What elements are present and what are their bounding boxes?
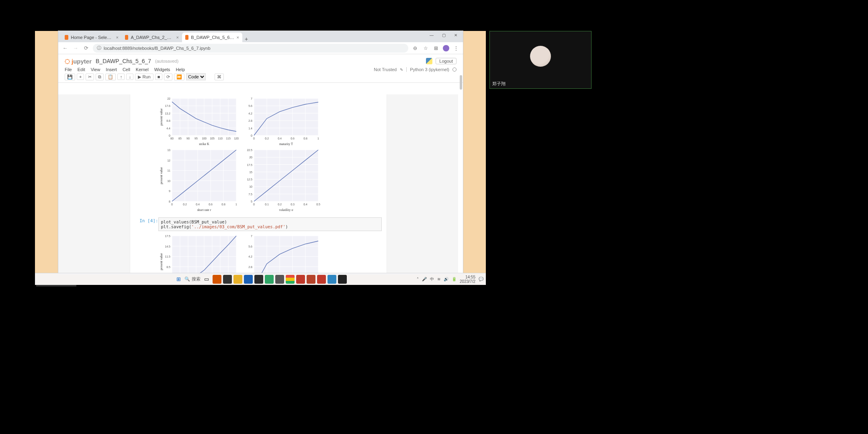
save-button[interactable]: 💾 [65,74,75,80]
taskbar-terminal[interactable] [338,275,347,284]
jupyter-logo[interactable]: ◌ jupyter [65,57,92,65]
code-cell[interactable]: plot_values(BSM_put_value) plt.savefig('… [158,217,382,231]
scrollbar-track[interactable] [458,54,463,274]
window-maximize-button[interactable]: ▢ [438,31,449,39]
move-down-button[interactable]: ↓ [126,74,133,80]
taskbar-app-2[interactable] [223,275,232,284]
menu-help[interactable]: Help [176,67,185,72]
menu-cell[interactable]: Cell [123,67,130,72]
autosave-status: (autosaved) [155,59,178,63]
svg-text:short rate r: short rate r [197,208,211,212]
taskbar-clock[interactable]: 14:55 2023/7/2 [460,275,475,284]
scrollbar-thumb[interactable] [460,75,462,90]
menu-insert[interactable]: Insert [106,67,117,72]
zoom-icon[interactable]: ⊖ [411,45,419,51]
taskbar-app-5[interactable] [265,275,274,284]
browser-tab-home[interactable]: Home Page - Select or creat × [61,33,122,42]
menu-kernel[interactable]: Kernel [136,67,149,72]
chart-put-vs-maturity: 00.20.40.60.8101.42.84.25.67maturity T [240,233,321,274]
search-icon: 🔍 [184,276,190,282]
taskbar-explorer[interactable] [233,275,242,284]
svg-text:1: 1 [317,137,319,140]
taskbar-app-1[interactable] [213,275,221,284]
svg-text:8: 8 [169,200,170,203]
svg-text:0.8: 0.8 [221,203,225,206]
taskbar-app-6[interactable] [275,275,284,284]
battery-icon[interactable]: 🔋 [452,277,457,281]
edit-trust-icon[interactable]: ✎ [400,68,403,72]
nav-back-icon[interactable]: ← [61,45,69,51]
menu-widgets[interactable]: Widgets [154,67,170,72]
jupyter-toolbar: 💾 + ✂ ⧉ 📋 ↑ ↓ ▶ Run ■ ⟳ ⏩ Code ⌘ [58,72,463,83]
menu-file[interactable]: File [65,67,72,72]
extensions-icon[interactable]: ⊞ [432,45,440,51]
svg-text:110: 110 [218,137,223,140]
taskbar-chrome[interactable] [286,275,295,284]
close-icon[interactable]: × [176,35,179,40]
cell-type-select[interactable]: Code [186,73,206,80]
start-button[interactable]: ⊞ [174,275,183,284]
svg-text:7.5: 7.5 [248,193,252,196]
jupyter-favicon-icon [125,35,128,40]
copy-button[interactable]: ⧉ [96,74,104,80]
restart-run-all-button[interactable]: ⏩ [174,74,184,80]
new-tab-button[interactable]: + [242,36,250,42]
stop-button[interactable]: ■ [155,74,163,80]
not-trusted-label[interactable]: Not Trusted [374,67,397,72]
taskbar-app-7[interactable] [296,275,305,284]
paste-button[interactable]: 📋 [105,74,116,80]
logo-rest: upyter [73,58,92,65]
notebook-scroll-area[interactable]: 8085909510010511011512004.48.813.217.622… [58,94,458,274]
kernel-name[interactable]: Python 3 (ipykernel) [410,67,449,72]
code-line: plot_values(BSM_put_value) [161,219,227,224]
mic-icon[interactable]: 🎤 [422,277,427,281]
close-icon[interactable]: × [116,35,119,40]
chart-call-vs-strike: 8085909510010511011512004.48.813.217.622… [158,96,239,147]
menu-edit[interactable]: Edit [78,67,85,72]
window-minimize-button[interactable]: — [426,31,437,39]
ime-icon[interactable]: 中 [430,276,434,282]
windows-taskbar: ⊞ 🔍 搜索 ▭ ˄ [35,273,486,285]
window-close-button[interactable]: ✕ [450,31,461,39]
browser-menu-icon[interactable]: ⋮ [452,45,460,51]
svg-text:4.2: 4.2 [248,112,252,115]
bookmark-star-icon[interactable]: ☆ [422,45,429,51]
cut-button[interactable]: ✂ [86,74,94,80]
url-input[interactable]: ⓘ localhost:8889/notebooks/B_DAWP_Chs_5_… [93,44,408,53]
taskbar-app-9[interactable] [317,275,326,284]
taskbar-app-4[interactable] [254,275,263,284]
menu-view[interactable]: View [91,67,100,72]
overflow-icon[interactable]: ˄ [417,277,419,281]
nav-forward-icon[interactable]: → [72,45,79,51]
restart-button[interactable]: ⟳ [164,74,172,80]
taskbar-search[interactable]: 🔍 搜索 [184,276,201,282]
browser-tab-nb-a[interactable]: A_DAWP_Chs_2_3 - Jupyter N × [122,33,182,42]
close-icon[interactable]: × [237,35,239,40]
browser-tab-nb-b[interactable]: B_DAWP_Chs_5_6_7 - Jupyter × [182,33,242,42]
notebook-name[interactable]: B_DAWP_Chs_5_6_7 [96,58,151,64]
svg-text:volatility σ: volatility σ [279,208,293,212]
taskbar-app-10[interactable] [328,275,336,284]
site-info-icon[interactable]: ⓘ [97,45,101,51]
logout-button[interactable]: Logout [436,58,457,64]
taskbar-app-3[interactable] [244,275,253,284]
run-button[interactable]: ▶ Run [135,74,153,80]
notifications-icon[interactable]: 💬 [479,277,483,281]
taskbar-app-8[interactable] [307,275,315,284]
wifi-icon[interactable]: ≋ [437,277,440,281]
command-palette-button[interactable]: ⌘ [215,74,224,80]
add-cell-button[interactable]: + [77,74,84,80]
profile-avatar-icon[interactable] [443,45,449,51]
move-up-button[interactable]: ↑ [117,74,125,80]
chart-put-vs-strike: 808590951001051101151202.55.58.511.514.5… [158,233,239,274]
svg-text:0.2: 0.2 [265,137,269,140]
svg-rect-149 [254,236,318,274]
svg-text:present value: present value [160,253,163,270]
nav-reload-icon[interactable]: ⟳ [82,45,90,51]
svg-text:95: 95 [194,137,198,140]
sound-icon[interactable]: 🔊 [444,277,448,281]
svg-text:20: 20 [249,156,252,159]
svg-text:5.6: 5.6 [248,245,252,248]
tabstrip: Home Page - Select or creat × A_DAWP_Chs… [58,31,463,42]
task-view-icon[interactable]: ▭ [202,275,211,284]
